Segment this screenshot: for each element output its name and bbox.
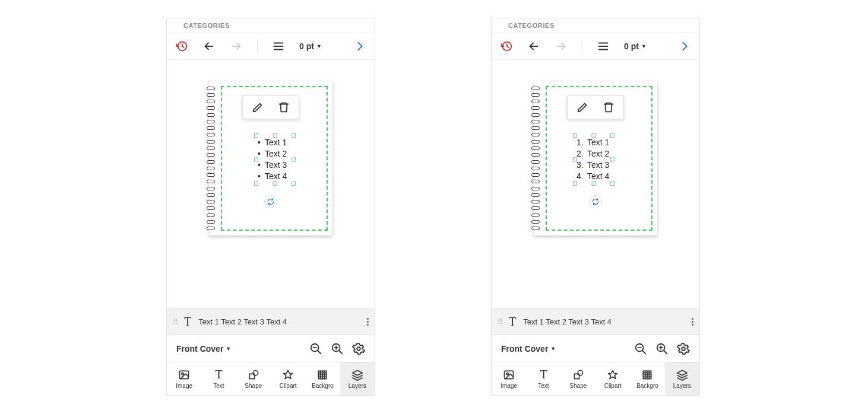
categories-header[interactable]: CATEGORIES bbox=[167, 18, 375, 33]
separator bbox=[257, 39, 258, 53]
trash-icon[interactable] bbox=[602, 101, 615, 114]
redo-button[interactable] bbox=[555, 40, 568, 53]
svg-marker-18 bbox=[284, 370, 293, 378]
undo-button[interactable] bbox=[202, 40, 216, 53]
list-item: •Text 3 bbox=[258, 160, 292, 171]
tab-background[interactable]: Backgro bbox=[305, 362, 340, 395]
list-item: 4.Text 4 bbox=[576, 171, 611, 182]
layer-row[interactable]: ⠿ T Text 1 Text 2 Text 3 Text 4 bbox=[492, 308, 699, 335]
toolbar-next-button[interactable] bbox=[353, 40, 366, 53]
selection-toolbar bbox=[567, 95, 624, 119]
edit-icon[interactable] bbox=[251, 101, 264, 114]
separator bbox=[582, 39, 582, 53]
tab-image[interactable]: Image bbox=[167, 362, 201, 395]
svg-marker-53 bbox=[677, 370, 687, 375]
canvas[interactable]: •Text 1 •Text 2 •Text 3 •Text 4 bbox=[167, 60, 375, 308]
toolbar-next-button[interactable] bbox=[678, 40, 691, 53]
text-type-icon: T bbox=[184, 315, 191, 329]
categories-label: CATEGORIES bbox=[183, 22, 230, 29]
redo-button[interactable] bbox=[230, 40, 243, 53]
text-element[interactable]: 1.Text 1 2.Text 2 3.Text 3 4.Text 4 bbox=[576, 137, 611, 182]
size-dropdown[interactable]: 0 pt▼ bbox=[299, 42, 322, 51]
svg-line-34 bbox=[642, 350, 646, 354]
svg-point-40 bbox=[682, 347, 685, 351]
tab-text[interactable]: TText bbox=[526, 362, 560, 395]
trash-icon[interactable] bbox=[277, 101, 290, 114]
notebook-page[interactable]: •Text 1 •Text 2 •Text 3 •Text 4 bbox=[209, 81, 332, 235]
tab-clipart[interactable]: Clipart bbox=[271, 362, 305, 395]
svg-point-13 bbox=[357, 347, 360, 351]
canvas[interactable]: 1.Text 1 2.Text 2 3.Text 3 4.Text 4 bbox=[492, 60, 699, 308]
layer-more-button[interactable] bbox=[692, 318, 693, 326]
categories-label: CATEGORIES bbox=[508, 22, 555, 29]
tab-layers[interactable]: Layers bbox=[665, 362, 699, 395]
svg-line-10 bbox=[339, 350, 343, 354]
zoom-in-button[interactable] bbox=[331, 342, 344, 355]
svg-line-7 bbox=[318, 350, 321, 354]
selection-toolbar bbox=[242, 95, 299, 119]
list-item: •Text 4 bbox=[258, 171, 292, 182]
spiral-binding bbox=[534, 85, 543, 232]
caret-down-icon: ▼ bbox=[641, 43, 647, 49]
svg-marker-26 bbox=[352, 370, 362, 375]
drag-handle-icon[interactable]: ⠿ bbox=[173, 317, 177, 326]
settings-button[interactable] bbox=[352, 342, 365, 355]
caret-down-icon: ▼ bbox=[316, 43, 322, 49]
layer-text: Text 1 Text 2 Text 3 Text 4 bbox=[523, 317, 612, 326]
zoom-out-button[interactable] bbox=[309, 342, 322, 355]
tab-clipart[interactable]: Clipart bbox=[595, 362, 630, 395]
tab-layers[interactable]: Layers bbox=[340, 362, 375, 395]
svg-point-44 bbox=[578, 370, 582, 375]
page-selector[interactable]: Front Cover▼ bbox=[501, 344, 556, 354]
svg-point-15 bbox=[182, 372, 183, 374]
list-item: 2.Text 2 bbox=[576, 148, 611, 160]
edit-icon[interactable] bbox=[576, 101, 589, 114]
spiral-binding bbox=[209, 85, 218, 232]
svg-point-42 bbox=[506, 372, 508, 374]
zoom-in-button[interactable] bbox=[655, 342, 669, 355]
chevrons-right-icon bbox=[172, 21, 180, 30]
layer-more-button[interactable] bbox=[367, 318, 369, 326]
tab-image[interactable]: Image bbox=[492, 362, 526, 395]
notebook-page[interactable]: 1.Text 1 2.Text 2 3.Text 3 4.Text 4 bbox=[534, 81, 657, 235]
drag-handle-icon[interactable]: ⠿ bbox=[498, 317, 502, 326]
categories-header[interactable]: CATEGORIES bbox=[492, 18, 699, 33]
history-button[interactable] bbox=[175, 40, 188, 53]
page-selector[interactable]: Front Cover▼ bbox=[176, 344, 231, 354]
list-style-button[interactable] bbox=[272, 40, 285, 53]
svg-line-37 bbox=[664, 350, 667, 354]
list-item: 1.Text 1 bbox=[576, 137, 611, 148]
list-item: 3.Text 3 bbox=[576, 160, 611, 171]
bottom-tabs: Image TText Shape Clipart Backgro Layers bbox=[167, 362, 375, 395]
layer-text: Text 1 Text 2 Text 3 Text 4 bbox=[198, 317, 287, 326]
toolbar: 0 pt▼ bbox=[167, 33, 375, 60]
list-item: •Text 1 bbox=[258, 137, 292, 148]
chevrons-right-icon bbox=[496, 21, 505, 30]
list-style-button[interactable] bbox=[597, 40, 610, 53]
undo-button[interactable] bbox=[527, 40, 540, 53]
zoom-out-button[interactable] bbox=[634, 342, 647, 355]
bottom-tabs: Image TText Shape Clipart Backgro Layers bbox=[492, 362, 699, 395]
editor-panel-numbered: CATEGORIES 0 pt▼ 1.Text 1 2.Text 2 3.Tex… bbox=[491, 18, 700, 396]
tab-shape[interactable]: Shape bbox=[561, 362, 595, 395]
rotate-handle[interactable] bbox=[264, 195, 277, 208]
layer-row[interactable]: ⠿ T Text 1 Text 2 Text 3 Text 4 bbox=[167, 308, 375, 335]
caret-down-icon: ▼ bbox=[226, 346, 231, 352]
list-item: •Text 2 bbox=[258, 148, 292, 160]
size-dropdown[interactable]: 0 pt▼ bbox=[624, 42, 647, 51]
text-type-icon: T bbox=[509, 315, 516, 329]
rotate-handle[interactable] bbox=[589, 195, 602, 208]
toolbar: 0 pt▼ bbox=[492, 33, 699, 60]
page-nav-row: Front Cover▼ bbox=[492, 335, 699, 362]
editor-panel-bullet: CATEGORIES 0 pt▼ •Text 1 •Text 2 •Text 3… bbox=[166, 18, 375, 396]
history-button[interactable] bbox=[500, 40, 513, 53]
page-nav-row: Front Cover▼ bbox=[167, 335, 375, 362]
text-element[interactable]: •Text 1 •Text 2 •Text 3 •Text 4 bbox=[258, 137, 292, 182]
caret-down-icon: ▼ bbox=[550, 346, 556, 352]
settings-button[interactable] bbox=[677, 342, 690, 355]
tab-background[interactable]: Backgro bbox=[630, 362, 664, 395]
tab-shape[interactable]: Shape bbox=[236, 362, 271, 395]
tab-text[interactable]: TText bbox=[201, 362, 236, 395]
svg-marker-45 bbox=[609, 370, 617, 378]
svg-point-17 bbox=[253, 370, 258, 375]
